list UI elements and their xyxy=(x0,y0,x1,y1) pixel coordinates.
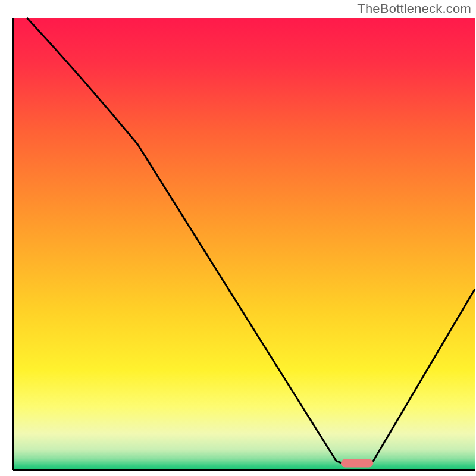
optimal-range-marker xyxy=(341,459,373,468)
chart-background xyxy=(13,18,475,470)
bottleneck-chart xyxy=(0,0,476,476)
watermark-text: TheBottleneck.com xyxy=(357,1,471,17)
chart-frame: TheBottleneck.com xyxy=(0,0,476,476)
